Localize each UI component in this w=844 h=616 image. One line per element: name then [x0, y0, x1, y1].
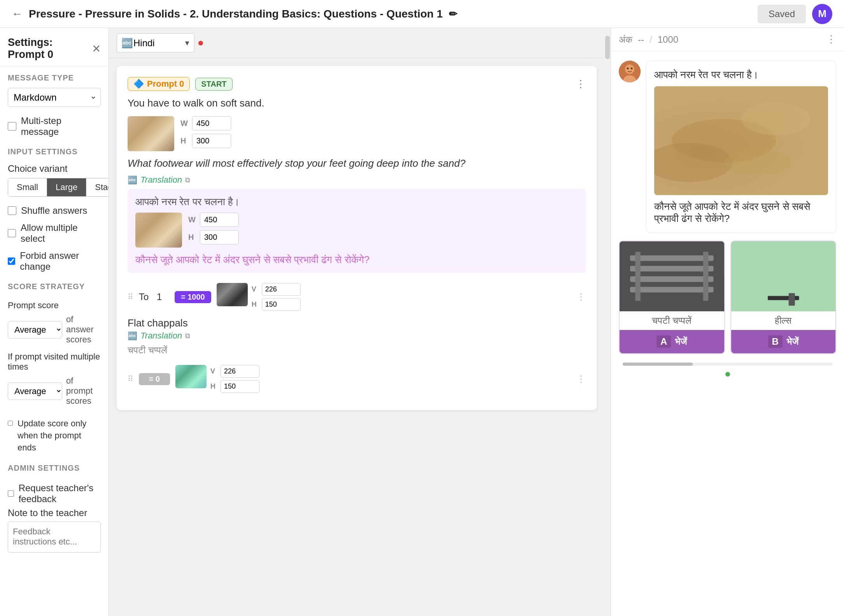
choice-a-label: चपटी चप्पलें — [620, 311, 724, 330]
height-row-1: H — [180, 134, 231, 148]
score-label: अंक — [619, 34, 632, 45]
drag-handle-1[interactable]: ⠿ — [128, 292, 133, 302]
prompt-scores-select[interactable]: AverageSumMinMax — [8, 382, 62, 400]
scroll-dot-area — [619, 369, 836, 380]
request-feedback-label: Request teacher's feedback — [19, 483, 101, 504]
start-badge: START — [195, 78, 232, 91]
answer-h-input-2[interactable] — [221, 380, 259, 393]
prompt-score-heading: Prompt score — [8, 298, 101, 311]
right-menu-icon[interactable]: ⋮ — [826, 33, 836, 45]
choice-cards: चपटी चप्पलें A भेजें — [619, 241, 836, 354]
forbid-change-row: Forbid answer change — [0, 247, 109, 275]
answer-w-input-2[interactable] — [221, 365, 259, 378]
chat-question-text: कौनसे जूते आपको रेट में अंदर घुसने से सब… — [654, 201, 828, 225]
prompt-scores-row: AverageSumMinMax of prompt scores — [8, 376, 101, 406]
choice-card-a: चपटी चप्पलें A भेजें — [619, 241, 725, 354]
answer-h-row-2: H — [210, 380, 259, 393]
edit-icon[interactable]: ✏ — [449, 8, 457, 20]
svg-rect-17 — [731, 241, 836, 311]
height-input-2[interactable] — [200, 230, 239, 244]
multistep-label: Multi-step message — [21, 115, 101, 137]
choice-variant-section: Choice variant Small Large Stacked — [0, 159, 109, 202]
choice-btn-small[interactable]: Small — [8, 178, 47, 196]
request-feedback-checkbox[interactable] — [8, 489, 14, 498]
prompt-menu-icon[interactable]: ⋮ — [576, 78, 586, 90]
close-icon[interactable]: ✕ — [92, 42, 101, 55]
page-title: Pressure - Pressure in Solids - 2. Under… — [29, 8, 751, 20]
answer-h-row-1: H — [252, 298, 301, 311]
saved-button[interactable]: Saved — [758, 5, 806, 23]
settings-title: Settings: Prompt 0 — [8, 37, 92, 61]
answer-w-input-1[interactable] — [262, 283, 301, 296]
forbid-change-checkbox[interactable] — [8, 257, 15, 265]
answer-menu-2[interactable]: ⋮ — [576, 373, 586, 384]
answer-translation-icon-1: 🔤 — [128, 331, 137, 340]
right-panel: अंक -- / 1000 ⋮ — [611, 28, 844, 616]
image-block-1: W H — [128, 116, 586, 151]
answer-translated-1: चपटी चप्पलें — [128, 345, 586, 356]
drag-handle-2[interactable]: ⠿ — [128, 374, 133, 384]
scrollbar-track[interactable] — [623, 363, 832, 366]
width-input-2[interactable] — [200, 213, 239, 227]
shuffle-checkbox[interactable] — [8, 206, 16, 215]
width-input-1[interactable] — [192, 116, 231, 131]
svg-point-7 — [741, 103, 811, 135]
choice-btn-stacked[interactable]: Stacked — [86, 178, 109, 196]
choice-b-label: हील्स — [731, 311, 836, 330]
answer-h-input-1[interactable] — [262, 298, 301, 311]
multistep-checkbox[interactable] — [8, 122, 16, 131]
svg-point-3 — [627, 68, 629, 70]
of-answer-scores-text: of answer scores — [66, 314, 101, 345]
avatar-image — [619, 61, 641, 82]
svg-rect-16 — [703, 252, 708, 301]
scrollbar-thumb-h[interactable] — [623, 363, 693, 366]
avatar[interactable]: M — [812, 4, 832, 24]
svg-rect-14 — [630, 287, 714, 292]
vertical-scrollbar[interactable] — [604, 28, 611, 616]
prompt-badge-label: Prompt 0 — [147, 79, 184, 89]
height-row-2: H — [188, 230, 239, 244]
to-num-1: 1 — [157, 291, 169, 302]
svg-rect-12 — [630, 266, 714, 271]
prompt-score-select[interactable]: AverageSumMinMax — [8, 321, 62, 339]
svg-rect-15 — [635, 252, 640, 301]
message-type-dropdown-row: Markdown — [0, 86, 109, 112]
svg-point-4 — [631, 68, 633, 70]
translated-text: आपको नरम रेत पर चलना है। — [135, 196, 578, 208]
scroll-position-dot — [725, 372, 730, 377]
copy-icon[interactable]: ⧉ — [185, 176, 190, 184]
chappals-img-1 — [217, 283, 248, 306]
scrollbar-thumb[interactable] — [605, 36, 610, 59]
back-button[interactable]: ← — [12, 8, 23, 20]
choice-card-b: हील्स B भेजें — [730, 241, 837, 354]
prompt-text: You have to walk on soft sand. — [128, 97, 586, 109]
choice-b-button[interactable]: B भेजें — [731, 330, 836, 353]
chat-bubble: आपको नरम रेत पर चलना है। — [619, 61, 836, 233]
title-prefix: Pressure - Pressure in Solids - 2. Under… — [29, 8, 383, 20]
height-input-1[interactable] — [192, 134, 231, 148]
left-panel-header: Settings: Prompt 0 ✕ — [0, 28, 109, 66]
dim-inputs-1: W H — [180, 116, 231, 148]
choice-a-button[interactable]: A भेजें — [620, 330, 724, 353]
choice-btn-large[interactable]: Large — [47, 178, 86, 196]
answer-img-block-1: V H — [217, 283, 301, 311]
answer-copy-icon-1[interactable]: ⧉ — [185, 332, 190, 340]
message-type-label: MESSAGE TYPE — [0, 66, 109, 86]
allow-multiple-checkbox[interactable] — [8, 229, 16, 237]
main-layout: Settings: Prompt 0 ✕ MESSAGE TYPE Markdo… — [0, 28, 844, 616]
chat-sand-image — [654, 86, 828, 195]
answer-menu-1[interactable]: ⋮ — [576, 291, 586, 302]
message-type-select[interactable]: Markdown — [8, 88, 101, 107]
answer-row-1: ⠿ To 1 = 1000 V — [128, 279, 586, 315]
score-max: 1000 — [658, 34, 678, 45]
h-label-1: H — [180, 136, 189, 145]
btn-b-label: भेजें — [786, 336, 798, 347]
score-value: -- — [638, 34, 644, 45]
aw-label-2: V — [210, 367, 218, 375]
heels-img-1 — [175, 365, 207, 388]
title-question: Question 1 — [387, 8, 443, 20]
prompt-badge-icon: 🔷 — [133, 79, 144, 89]
answer-row-2: ⠿ = 0 V — [128, 361, 586, 397]
feedback-textarea[interactable] — [8, 522, 101, 553]
update-score-checkbox[interactable] — [8, 419, 13, 428]
